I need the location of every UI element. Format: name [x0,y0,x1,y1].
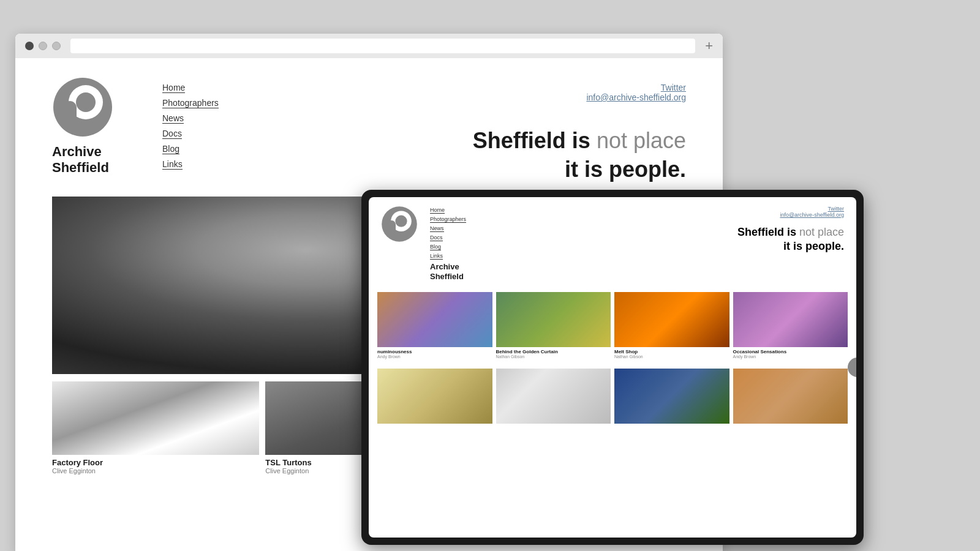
nav-docs[interactable]: Docs [162,129,182,139]
tablet-nav-links[interactable]: Links [430,253,443,260]
tablet-gallery-author-4: Andy Brown [733,354,848,359]
logo-icon [52,77,113,138]
svg-rect-7 [388,220,396,234]
tablet-gallery-item-4[interactable]: Occasional Sensations Andy Brown [733,292,848,359]
twitter-link[interactable]: Twitter [661,83,686,92]
site-header: Archive Sheffield Home Photographers New… [15,58,723,197]
tablet-gallery-title-2: Behind the Golden Curtain [496,349,611,354]
tablet-gallery-item-5[interactable] [377,369,492,424]
new-tab-button[interactable]: + [705,38,713,54]
tablet-gallery-img-8 [733,369,848,424]
site-links: Twitter info@archive-sheffield.org [586,77,686,102]
site-tagline: Sheffield is not place it is people. [473,127,686,184]
nav-blog[interactable]: Blog [162,144,179,154]
svg-rect-3 [63,101,77,124]
tablet-gallery-item-6[interactable] [496,369,611,424]
tablet-tagline: Sheffield is not place it is people. [737,225,844,254]
tablet-email-link[interactable]: info@archive-sheffield.org [780,212,844,218]
tablet-logo-icon [381,206,418,242]
tablet-screen: Home Photographers News Docs Blog Links … [369,197,856,538]
maximize-button[interactable] [52,42,61,50]
tablet-gallery-img-7 [614,369,729,424]
nav-home[interactable]: Home [162,83,185,93]
site-nav: Home Photographers News Docs Blog Links [162,77,219,184]
tablet-nav-news[interactable]: News [430,225,444,232]
browser-titlebar: + [15,34,723,58]
tablet-gallery-img-5 [377,369,492,424]
tablet-site-links: Twitter info@archive-sheffield.org [780,206,844,218]
close-button[interactable] [25,42,34,50]
tablet-device: Home Photographers News Docs Blog Links … [361,190,864,545]
nav-news[interactable]: News [162,113,184,124]
tablet-nav-blog[interactable]: Blog [430,244,441,250]
tablet-gallery-img-6 [496,369,611,424]
tablet-gallery-title-4: Occasional Sensations [733,349,848,354]
thumb-item-1[interactable]: Factory Floor Clive Egginton [52,381,259,474]
tablet-gallery-item-3[interactable]: Melt Shop Nathan Gibson [614,292,729,359]
nav-photographers[interactable]: Photographers [162,98,219,108]
tablet-gallery-author-2: Nathan Gibson [496,354,611,359]
tablet-nav: Home Photographers News Docs Blog Links [430,206,466,260]
thumb-author-1: Clive Egginton [52,467,259,474]
thumb-img-1 [52,381,259,455]
minimize-button[interactable] [39,42,47,50]
nav-links[interactable]: Links [162,159,183,170]
tablet-nav-home[interactable]: Home [430,207,445,214]
svg-point-2 [76,92,96,112]
thumb-title-1: Factory Floor [52,458,259,467]
window-controls [25,42,61,50]
tablet-gallery-title-3: Melt Shop [614,349,729,354]
email-link[interactable]: info@archive-sheffield.org [586,92,686,102]
site-logo: Archive Sheffield [52,77,113,184]
tablet-twitter-link[interactable]: Twitter [827,206,844,212]
tablet-gallery-row1: numinousness Andy Brown Behind the Golde… [369,287,856,364]
tablet-gallery-img-3 [614,292,729,347]
tablet-site-header: Home Photographers News Docs Blog Links … [369,197,856,287]
tablet-gallery-title-1: numinousness [377,349,492,354]
tablet-logo-text: Archive Sheffield [430,262,466,281]
tablet-gallery-img-1 [377,292,492,347]
tablet-nav-photographers[interactable]: Photographers [430,216,466,223]
svg-point-6 [395,216,407,227]
tablet-gallery-img-4 [733,292,848,347]
tablet-gallery-author-3: Nathan Gibson [614,354,729,359]
tablet-gallery-row2 [369,364,856,429]
tablet-gallery-item-7[interactable] [614,369,729,424]
tablet-gallery-item-8[interactable] [733,369,848,424]
tablet-gallery-item-1[interactable]: numinousness Andy Brown [377,292,492,359]
tablet-nav-docs[interactable]: Docs [430,234,443,241]
tablet-gallery-img-2 [496,292,611,347]
url-bar[interactable] [70,39,695,53]
logo-text: Archive Sheffield [52,144,109,176]
tablet-gallery-item-2[interactable]: Behind the Golden Curtain Nathan Gibson [496,292,611,359]
tablet-gallery-author-1: Andy Brown [377,354,492,359]
